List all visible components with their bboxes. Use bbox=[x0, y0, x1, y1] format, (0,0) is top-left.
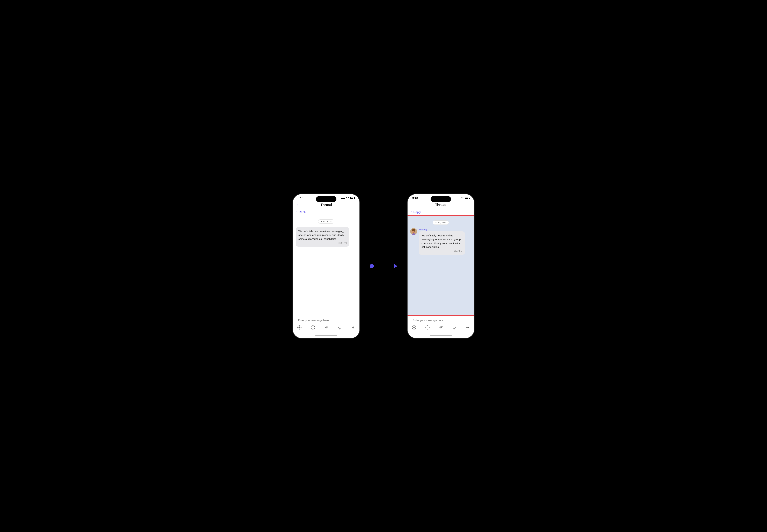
arrow-connector bbox=[370, 264, 397, 268]
battery-fill-2 bbox=[465, 198, 468, 199]
nav-title-1: Thread bbox=[302, 203, 350, 207]
add-button-1[interactable] bbox=[296, 324, 302, 331]
reply-count-1: 1 Reply bbox=[293, 209, 359, 215]
message-row-1: We definitely need real-time messaging, … bbox=[293, 226, 359, 248]
status-bar-2: 3:48 bbox=[408, 194, 474, 201]
sparkle-button-2[interactable] bbox=[438, 324, 444, 331]
message-with-avatar-2: Kimberly We definitely need real-time me… bbox=[408, 227, 474, 256]
svg-point-5 bbox=[313, 327, 313, 327]
message-input-1[interactable] bbox=[296, 318, 357, 323]
signal-dot bbox=[459, 198, 460, 199]
wifi-icon-2 bbox=[461, 197, 464, 200]
send-button-1[interactable] bbox=[350, 324, 356, 331]
sender-name-2: Kimberly bbox=[419, 228, 471, 231]
signal-dot bbox=[343, 198, 344, 199]
nav-title-2: Thread bbox=[417, 203, 465, 207]
message-input-2[interactable] bbox=[410, 318, 471, 323]
signal-dot bbox=[456, 198, 456, 199]
message-bubble-2: We definitely need real-time messaging, … bbox=[419, 231, 465, 255]
emoji-button-1[interactable] bbox=[310, 324, 316, 331]
message-time-1: 03:42 PM bbox=[298, 242, 347, 244]
date-label-2: 8 Jul, 2024 bbox=[408, 220, 474, 225]
back-button-1[interactable]: ← bbox=[296, 203, 300, 207]
status-bar-1: 3:15 bbox=[293, 194, 359, 201]
message-text-1: We definitely need real-time messaging, … bbox=[298, 229, 347, 241]
message-bubble-1: We definitely need real-time messaging, … bbox=[296, 227, 349, 247]
emoji-button-2[interactable] bbox=[425, 324, 431, 331]
status-icons-2 bbox=[456, 197, 469, 200]
toolbar-1 bbox=[296, 323, 357, 331]
home-indicator-2 bbox=[408, 332, 474, 338]
arrow-line bbox=[374, 266, 394, 266]
avatar-2 bbox=[410, 228, 417, 235]
svg-point-3 bbox=[311, 326, 315, 329]
home-bar-2 bbox=[430, 335, 452, 335]
signal-dot bbox=[458, 198, 458, 199]
mic-button-2[interactable] bbox=[451, 324, 457, 331]
back-button-2[interactable]: ← bbox=[411, 203, 415, 207]
signal-icon-1 bbox=[341, 198, 345, 199]
svg-point-16 bbox=[426, 326, 430, 329]
svg-point-4 bbox=[312, 327, 312, 327]
send-button-2[interactable] bbox=[465, 324, 471, 331]
time-1: 3:15 bbox=[298, 197, 303, 200]
reply-count-text-2[interactable]: 1 Reply bbox=[411, 211, 421, 214]
svg-rect-6 bbox=[339, 326, 340, 328]
phone-1: 3:15 bbox=[293, 194, 359, 338]
battery-icon-1 bbox=[350, 197, 355, 199]
sparkle-button-1[interactable] bbox=[323, 324, 329, 331]
message-text-2: We definitely need real-time messaging, … bbox=[422, 234, 462, 249]
input-bar-2 bbox=[408, 316, 474, 332]
signal-icon-2 bbox=[456, 198, 460, 199]
mic-button-1[interactable] bbox=[336, 324, 343, 331]
signal-dot bbox=[342, 198, 343, 199]
wifi-icon-1 bbox=[346, 197, 349, 200]
date-badge-2: 8 Jul, 2024 bbox=[433, 220, 449, 225]
reply-count-2: 1 Reply bbox=[408, 209, 474, 215]
nav-bar-1: ← Thread bbox=[293, 201, 359, 209]
message-area-2: 8 Jul, 2024 bbox=[408, 216, 474, 315]
time-2: 3:48 bbox=[412, 197, 418, 200]
nav-bar-2: ← Thread bbox=[408, 201, 474, 209]
message-area-1: 8 Jul, 2024 We definitely need real-time… bbox=[293, 215, 359, 316]
home-bar-1 bbox=[315, 335, 337, 335]
battery-fill-1 bbox=[351, 198, 353, 199]
date-badge-1: 8 Jul, 2024 bbox=[318, 219, 334, 224]
phone-2: 3:48 bbox=[408, 194, 474, 338]
arrow-head bbox=[394, 264, 397, 268]
dynamic-island-1 bbox=[316, 196, 336, 202]
battery-icon-2 bbox=[465, 197, 469, 199]
svg-point-18 bbox=[428, 327, 428, 327]
svg-point-17 bbox=[427, 327, 427, 327]
add-button-2[interactable] bbox=[411, 324, 417, 331]
svg-point-11 bbox=[413, 231, 413, 232]
toolbar-2 bbox=[410, 323, 471, 331]
scene: 3:15 bbox=[293, 194, 474, 338]
home-indicator-1 bbox=[293, 332, 359, 338]
status-icons-1 bbox=[341, 197, 355, 200]
svg-rect-19 bbox=[454, 326, 455, 328]
arrow-start-dot bbox=[370, 264, 374, 268]
message-col-2: Kimberly We definitely need real-time me… bbox=[419, 228, 471, 255]
svg-point-12 bbox=[414, 231, 415, 232]
message-time-2: 03:42 PM bbox=[422, 250, 462, 252]
input-bar-1 bbox=[293, 316, 359, 332]
signal-dot bbox=[344, 198, 345, 199]
date-label-1: 8 Jul, 2024 bbox=[293, 219, 359, 224]
signal-dot bbox=[341, 198, 342, 199]
dynamic-island-2 bbox=[431, 196, 451, 202]
reply-count-text-1[interactable]: 1 Reply bbox=[296, 211, 306, 214]
signal-dot bbox=[457, 198, 457, 199]
